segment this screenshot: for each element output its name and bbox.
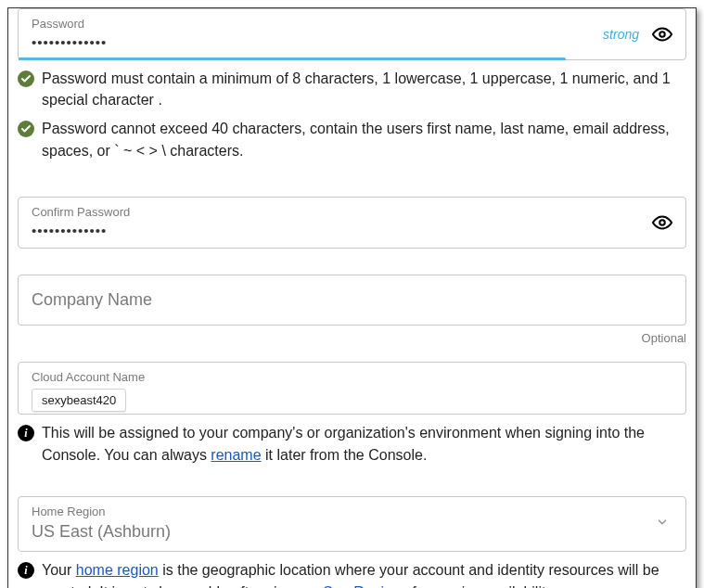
chevron-down-icon[interactable] — [656, 516, 669, 532]
cloud-account-name-label: Cloud Account Name — [32, 370, 672, 384]
password-label: Password — [32, 17, 672, 31]
see-regions-link[interactable]: See Regions — [323, 584, 408, 588]
home-region-value: US East (Ashburn) — [32, 522, 672, 542]
cloud-account-name-field[interactable]: Cloud Account Name sexybeast420 — [18, 362, 686, 415]
autofill-suggestion[interactable]: sexybeast420 — [32, 389, 126, 412]
home-region-field[interactable]: Home Region US East (Ashburn) — [18, 496, 686, 552]
info-icon: i — [18, 562, 34, 579]
rename-link[interactable]: rename — [211, 447, 261, 463]
password-requirement-1: Password must contain a minimum of 8 cha… — [18, 68, 686, 110]
company-name-placeholder: Company Name — [32, 290, 152, 309]
confirm-password-label: Confirm Password — [32, 205, 672, 219]
home-region-help: i Your home region is the geographic loc… — [18, 559, 686, 588]
password-field[interactable]: Password ••••••••••••• strong — [18, 8, 686, 60]
eye-icon[interactable] — [652, 212, 672, 233]
home-region-label: Home Region — [32, 505, 672, 518]
signup-form-section: Password ••••••••••••• strong Password m… — [7, 7, 697, 588]
svg-point-0 — [659, 32, 665, 37]
password-strength: strong — [603, 27, 639, 42]
company-name-field[interactable]: Company Name — [18, 275, 686, 326]
active-underline — [19, 58, 566, 60]
check-icon — [18, 70, 34, 87]
confirm-password-value: ••••••••••••• — [32, 223, 672, 238]
password-value: ••••••••••••• — [32, 34, 672, 50]
eye-icon[interactable] — [652, 24, 672, 45]
cloud-account-help: i This will be assigned to your company'… — [18, 422, 686, 467]
optional-label: Optional — [18, 331, 686, 345]
home-region-link[interactable]: home region — [76, 562, 159, 578]
check-icon — [18, 121, 34, 137]
password-requirement-2: Password cannot exceed 40 characters, co… — [18, 118, 686, 160]
confirm-password-field[interactable]: Confirm Password ••••••••••••• — [18, 197, 686, 249]
info-icon: i — [18, 425, 34, 441]
svg-point-1 — [659, 220, 665, 225]
